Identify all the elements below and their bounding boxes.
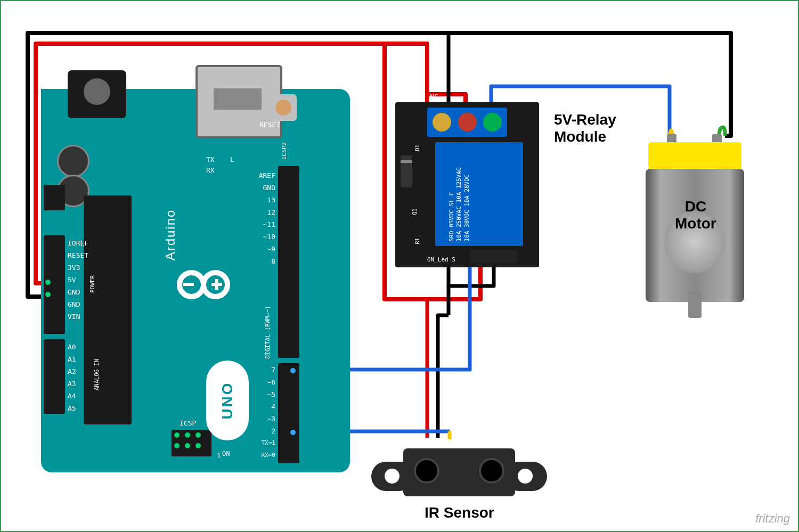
pin-dot-gnd: [45, 292, 51, 297]
pin-ioref: IOREF: [68, 239, 88, 247]
relay-label: 5V-Relay Module: [554, 111, 616, 145]
digital-header-lower: [278, 363, 299, 463]
pin-a2: A2: [68, 367, 76, 375]
motor-label: DC Motor: [675, 198, 716, 232]
ir-emitter-lens: [414, 458, 439, 484]
icsp-label: ICSP: [180, 419, 196, 427]
d1-label: D1: [414, 144, 420, 151]
relay-nc-terminal: [433, 113, 451, 132]
pin-dot-d2: [290, 430, 296, 435]
pin-a4: A4: [68, 392, 76, 400]
pin-a1: A1: [68, 355, 76, 363]
pin-dot-d7: [290, 368, 296, 373]
no-label: NO: [502, 93, 510, 101]
ir-label: IR Sensor: [425, 504, 494, 521]
motor-label-2: Motor: [675, 215, 716, 232]
relay-spec1: 10A 250VAC 10A 125VAC: [455, 151, 463, 241]
digital-header-upper: [278, 166, 299, 358]
motor-label-1: DC: [685, 198, 706, 215]
on-label: ON: [222, 450, 230, 457]
reset-button: [270, 94, 297, 121]
ir-body: [403, 448, 515, 496]
uno-text: UNO: [219, 381, 236, 419]
power-jack: [68, 70, 126, 118]
r1-label: R1: [414, 238, 420, 244]
relay-diode: [401, 155, 412, 187]
power-label: POWER: [89, 275, 96, 293]
tx-label: TX: [206, 155, 215, 163]
relay-input-pins: [470, 250, 518, 263]
pin-12: 12: [254, 208, 275, 216]
pin-1: TX→1: [251, 439, 275, 446]
pin-gnd-d: GND: [254, 184, 275, 192]
analog-header: [44, 339, 65, 414]
keyes-label: Keyes_SRly: [543, 167, 550, 205]
one-label: 1: [217, 451, 221, 459]
pin-6: ~6: [254, 378, 275, 386]
fritzing-watermark: fritzing: [755, 512, 790, 526]
relay-module: NC NO D1 Q1 R1 SRD-05VDC-SL-C 10A 250VAC…: [395, 102, 539, 267]
relay-body: SRD-05VDC-SL-C 10A 250VAC 10A 125VAC 10A…: [435, 142, 523, 246]
pin-2: 2: [254, 427, 275, 435]
reset-label: RESET: [259, 121, 280, 129]
arduino-uno-board: RESET ICSP 1 IOREF RESET 3V3: [41, 89, 350, 472]
nc-label: NC: [430, 93, 438, 101]
extra-header: [44, 185, 65, 210]
motor-cap: [648, 142, 741, 169]
relay-no-terminal: [483, 113, 502, 132]
pin-5: ~5: [254, 390, 275, 398]
relay-com-terminal: [458, 113, 477, 132]
relay-spec2: 10A 30VDC 10A 28VDC: [463, 151, 470, 241]
pin-0: RX←0: [251, 452, 275, 459]
digital-label: DIGITAL (PWM=~): [264, 295, 271, 359]
rx-label: RX: [206, 166, 215, 174]
relay-bottom-label: ON_Led S: [427, 256, 455, 263]
circuit-diagram: RESET ICSP 1 IOREF RESET 3V3: [0, 0, 799, 532]
arduino-logo: [172, 227, 267, 302]
relay-terminal-block: [427, 108, 507, 137]
pin-4: 4: [254, 403, 275, 411]
pin-3: ~3: [254, 415, 275, 423]
ir-receiver-lens: [479, 458, 504, 484]
pin-a0: A0: [68, 343, 76, 351]
uno-badge: UNO: [206, 361, 249, 440]
icsp2-label: ICSP2: [281, 142, 288, 160]
pin-vin: VIN: [68, 313, 80, 321]
l-label: L: [230, 155, 234, 163]
pin-reset: RESET: [68, 251, 88, 259]
relay-label-1: 5V-Relay: [554, 111, 616, 128]
icsp-header: [172, 430, 211, 456]
pin-dot-5v: [45, 280, 51, 285]
motor-body: [646, 169, 744, 302]
pin-gnd2: GND: [68, 300, 80, 308]
arduino-pcb: RESET ICSP 1 IOREF RESET 3V3: [41, 89, 350, 472]
pin-7: 7: [254, 366, 275, 374]
relay-model-text: SRD-05VDC-SL-C 10A 250VAC 10A 125VAC 10A…: [448, 151, 471, 241]
pin-3v3: 3V3: [68, 264, 80, 272]
q1-label: Q1: [412, 208, 418, 215]
atmega-chip: [84, 195, 132, 424]
pin-aref: AREF: [254, 171, 275, 179]
relay-model: SRD-05VDC-SL-C: [448, 151, 455, 241]
pin-13: 13: [254, 196, 275, 204]
relay-label-2: Module: [554, 128, 606, 145]
pin-a5: A5: [68, 404, 76, 412]
pin-a3: A3: [68, 380, 76, 388]
pin-gnd1: GND: [68, 288, 80, 296]
motor-shaft: [688, 291, 702, 318]
pin-5v: 5V: [68, 276, 76, 284]
analog-label: ANALOG IN: [93, 359, 100, 391]
ir-sensor: [371, 448, 547, 502]
